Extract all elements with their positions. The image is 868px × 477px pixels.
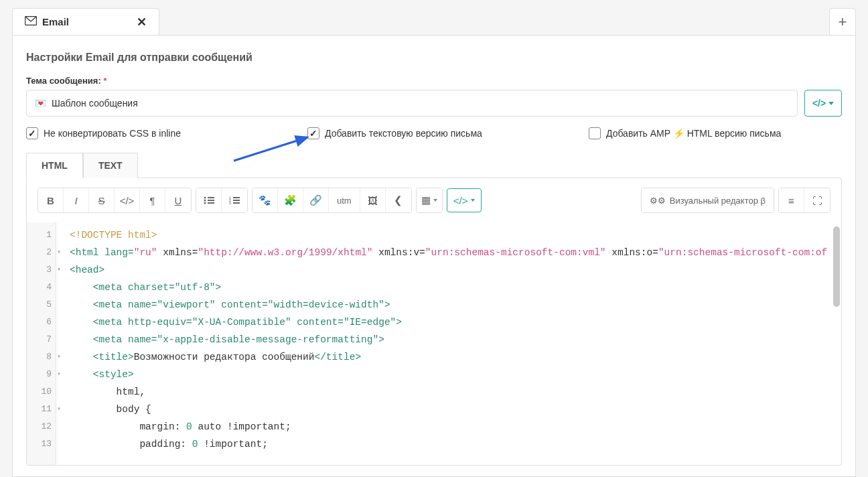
subject-input[interactable]: 💌 Шаблон сообщения	[26, 90, 798, 117]
paw-icon-button[interactable]: 🐾	[252, 188, 278, 212]
table-icon: ▦	[421, 194, 431, 206]
link-button[interactable]: 🔗	[303, 188, 329, 212]
image-icon: 🖼	[368, 195, 378, 206]
align-button[interactable]: ≡	[779, 188, 804, 212]
checkbox-label: Добавить текстовую версию письма	[325, 128, 482, 139]
code-content[interactable]: <!DOCTYPE html> <html lang="ru" xmlns="h…	[56, 222, 841, 465]
checkbox-label: Добавить AMP ⚡ HTML версию письма	[606, 128, 781, 139]
align-icon: ≡	[788, 195, 794, 206]
utm-button[interactable]: utm	[329, 188, 360, 212]
table-button[interactable]: ▦	[417, 188, 442, 212]
line-gutter: 1 2 3 4 5 6 7 8 9 10 11 12 13	[27, 222, 56, 465]
italic-button[interactable]: I	[64, 188, 89, 212]
subject-value: Шаблон сообщения	[52, 98, 138, 109]
scrollbar-thumb[interactable]	[833, 226, 840, 307]
strike-button[interactable]: S	[89, 188, 115, 212]
plugin-button[interactable]: 🧩	[278, 188, 303, 212]
section-title: Настройки Email для отправки сообщений	[26, 52, 842, 64]
code-mode-toggle[interactable]: </>	[804, 90, 842, 117]
fullscreen-button[interactable]: ⛶	[804, 188, 830, 212]
tab-label: Email	[42, 16, 69, 27]
heart-icon: 💌	[35, 98, 46, 109]
svg-text:3: 3	[229, 201, 231, 205]
svg-rect-7	[208, 202, 214, 204]
editor-tab-text[interactable]: TEXT	[83, 153, 138, 178]
share-button[interactable]: ❮	[386, 188, 411, 212]
source-code-toggle[interactable]: </>	[447, 188, 482, 212]
code-editor: B I S </> ¶ U 123 🐾 🧩 🔗 utm 🖼	[26, 178, 842, 466]
close-icon[interactable]: ✕	[137, 15, 147, 29]
bolt-icon: ⚡	[673, 128, 684, 139]
puzzle-icon: 🧩	[284, 194, 297, 206]
subject-label: Тема сообщения: *	[26, 76, 842, 86]
image-button[interactable]: 🖼	[360, 188, 386, 212]
svg-rect-11	[233, 200, 240, 201]
pilcrow-button[interactable]: ¶	[140, 188, 165, 212]
svg-rect-3	[208, 197, 214, 198]
visual-editor-button[interactable]: ⚙⚙ Визуальный редактор β	[642, 188, 774, 212]
expand-icon: ⛶	[812, 195, 822, 206]
unordered-list-button[interactable]	[196, 188, 222, 212]
chevron-down-icon	[828, 102, 834, 105]
editor-tab-html[interactable]: HTML	[26, 153, 83, 178]
checkbox-label: Не конвертировать CSS в inline	[44, 128, 181, 139]
checkbox-add-text-version[interactable]	[307, 127, 319, 139]
gears-icon: ⚙⚙	[650, 196, 666, 206]
svg-rect-9	[233, 197, 240, 198]
paw-icon: 🐾	[259, 194, 271, 206]
tab-email[interactable]: Email ✕	[12, 8, 159, 35]
svg-rect-5	[208, 200, 214, 201]
svg-point-4	[204, 200, 206, 202]
share-icon: ❮	[394, 194, 403, 206]
underline-button[interactable]: U	[165, 188, 191, 212]
svg-point-6	[204, 202, 206, 204]
svg-rect-13	[233, 202, 240, 204]
code-button[interactable]: </>	[115, 188, 140, 212]
ordered-list-button[interactable]: 123	[222, 188, 247, 212]
svg-point-2	[204, 197, 206, 199]
bold-button[interactable]: B	[38, 188, 64, 212]
add-tab-button[interactable]: +	[829, 8, 856, 35]
checkbox-add-amp[interactable]	[589, 127, 601, 139]
link-icon: 🔗	[309, 194, 322, 206]
envelope-icon	[25, 16, 37, 27]
checkbox-no-inline-css[interactable]	[26, 127, 38, 139]
code-icon: </>	[812, 98, 826, 109]
